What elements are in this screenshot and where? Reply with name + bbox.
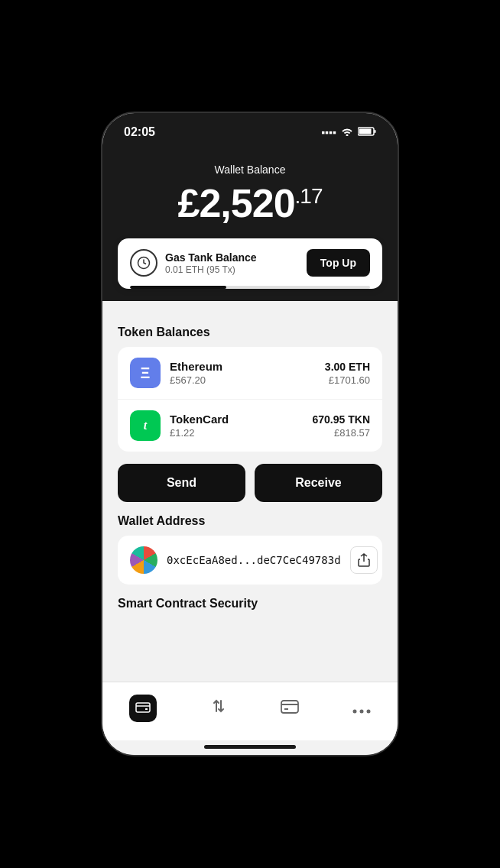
eth-icon: Ξ xyxy=(130,358,161,388)
transfer-icon xyxy=(210,698,227,719)
wallet-icon xyxy=(135,701,151,717)
smart-contract-section: Smart Contract Security xyxy=(118,597,382,611)
tkn-amount: 670.95 TKN xyxy=(313,413,370,426)
gas-tank-subtitle: 0.01 ETH (95 Tx) xyxy=(165,264,257,275)
signal-icon: ▪▪▪▪ xyxy=(321,126,336,138)
wallet-address-card: 0xcEcEaA8ed...deC7CeC49783d xyxy=(118,536,382,585)
eth-info: Ethereum £567.20 xyxy=(170,360,222,386)
wallet-nav-icon xyxy=(129,695,157,722)
card-icon xyxy=(281,698,299,718)
balance-main: £2,520 xyxy=(178,181,295,225)
more-icon xyxy=(352,698,371,718)
battery-icon xyxy=(358,126,376,138)
header-area: Wallet Balance £2,520.17 xyxy=(102,151,398,301)
tkn-info: TokenCard £1.22 xyxy=(170,413,229,439)
wallet-balance-label: Wallet Balance xyxy=(121,164,379,176)
status-icons: ▪▪▪▪ xyxy=(321,126,376,138)
tkn-fiat-equiv: £818.57 xyxy=(313,427,370,439)
gas-progress-fill xyxy=(130,286,226,289)
status-time: 02:05 xyxy=(124,125,155,139)
wifi-icon xyxy=(341,126,353,138)
token-row-tkn[interactable]: t TokenCard £1.22 670.95 TKN £818.57 xyxy=(118,400,382,452)
gas-tank-row: Gas Tank Balance 0.01 ETH (95 Tx) Top Up xyxy=(130,249,370,277)
phone-frame: 02:05 ▪▪▪▪ Wall xyxy=(0,0,500,868)
nav-item-more[interactable] xyxy=(337,695,386,721)
send-button[interactable]: Send xyxy=(118,464,245,502)
tkn-icon: t xyxy=(130,410,161,441)
wallet-address-text: 0xcEcEaA8ed...deC7CeC49783d xyxy=(167,554,341,566)
token-balances-card: Ξ Ethereum £567.20 3.00 ETH £1701.60 xyxy=(118,347,382,452)
home-indicator xyxy=(204,745,296,749)
receive-button[interactable]: Receive xyxy=(255,464,382,502)
token-balances-section: Token Balances Ξ Ethereum £567.20 3.00 xyxy=(118,326,382,452)
top-up-button[interactable]: Top Up xyxy=(307,249,370,277)
gas-tank-left: Gas Tank Balance 0.01 ETH (95 Tx) xyxy=(130,249,257,277)
svg-rect-6 xyxy=(281,701,298,713)
nav-item-card[interactable] xyxy=(265,695,314,721)
svg-point-10 xyxy=(360,710,364,714)
gas-tank-card: Gas Tank Balance 0.01 ETH (95 Tx) Top Up xyxy=(118,238,382,289)
eth-name: Ethereum xyxy=(170,360,222,373)
wallet-address-title: Wallet Address xyxy=(118,514,382,528)
eth-fiat-value: £567.20 xyxy=(170,374,222,386)
eth-fiat-equiv: £1701.60 xyxy=(325,374,370,386)
action-buttons: Send Receive xyxy=(118,464,382,502)
bottom-nav xyxy=(102,682,398,740)
scroll-content: Token Balances Ξ Ethereum £567.20 3.00 xyxy=(102,301,398,682)
nav-item-wallet[interactable] xyxy=(114,691,172,725)
token-balances-title: Token Balances xyxy=(118,326,382,339)
status-bar: 02:05 ▪▪▪▪ xyxy=(102,113,398,151)
token-left-tkn: t TokenCard £1.22 xyxy=(130,410,229,441)
share-button[interactable] xyxy=(350,546,378,574)
token-left-eth: Ξ Ethereum £567.20 xyxy=(130,358,222,388)
gas-tank-title: Gas Tank Balance xyxy=(165,251,257,264)
svg-rect-5 xyxy=(145,708,148,710)
svg-point-11 xyxy=(367,710,371,714)
wallet-avatar xyxy=(130,546,157,574)
balance-section: Wallet Balance £2,520.17 xyxy=(102,151,398,245)
balance-cents: .17 xyxy=(295,184,323,208)
gas-icon xyxy=(130,249,157,277)
svg-rect-2 xyxy=(375,130,376,133)
token-row-eth[interactable]: Ξ Ethereum £567.20 3.00 ETH £1701.60 xyxy=(118,347,382,400)
smart-contract-title: Smart Contract Security xyxy=(118,597,382,611)
eth-right: 3.00 ETH £1701.60 xyxy=(325,361,370,386)
phone-screen: 02:05 ▪▪▪▪ Wall xyxy=(101,112,399,756)
eth-amount: 3.00 ETH xyxy=(325,361,370,373)
tkn-fiat-value: £1.22 xyxy=(170,427,229,439)
nav-item-transfer[interactable] xyxy=(195,695,242,722)
wallet-address-section: Wallet Address 0xcEcEaA8ed...deC7CeC4978… xyxy=(118,514,382,585)
gas-tank-info: Gas Tank Balance 0.01 ETH (95 Tx) xyxy=(165,251,257,275)
svg-point-9 xyxy=(353,710,357,714)
tkn-right: 670.95 TKN £818.57 xyxy=(313,413,370,439)
svg-rect-4 xyxy=(136,703,150,712)
gas-progress-bar xyxy=(130,286,370,289)
wallet-balance-amount: £2,520.17 xyxy=(121,180,379,226)
svg-rect-1 xyxy=(359,129,372,134)
tkn-name: TokenCard xyxy=(170,413,229,426)
